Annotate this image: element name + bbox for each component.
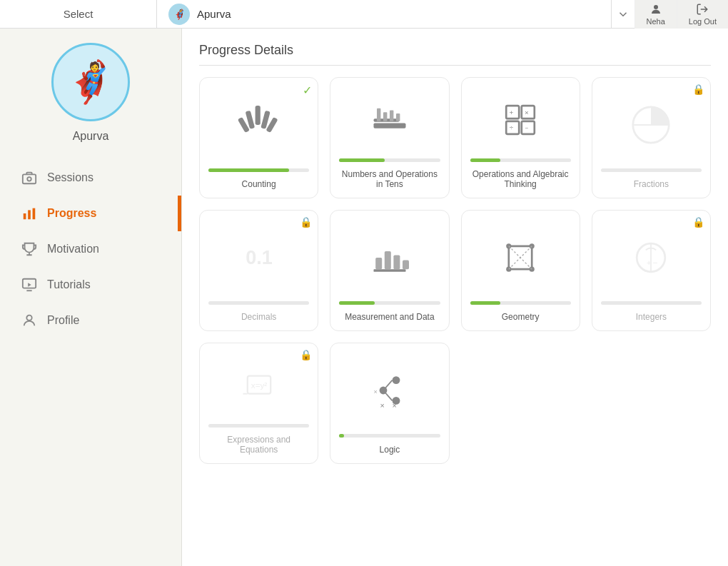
geometry-progress-bar [470, 301, 571, 305]
select-tab[interactable]: Select [0, 0, 157, 28]
avatar: 🦸 [51, 43, 130, 121]
card-measurement-data[interactable]: Measurement and Data [330, 210, 449, 331]
play-icon [21, 277, 37, 293]
user-icon [649, 3, 662, 16]
svg-text:×: × [380, 401, 384, 410]
svg-point-50 [392, 376, 400, 384]
svg-rect-34 [393, 255, 400, 269]
svg-rect-14 [373, 123, 405, 128]
sidebar-item-label-sessions: Sessions [47, 171, 93, 184]
svg-text:×: × [373, 388, 377, 395]
svg-line-53 [383, 380, 393, 390]
svg-text:+: + [647, 257, 652, 266]
integers-progress-bar [601, 301, 702, 305]
svg-rect-3 [24, 213, 26, 219]
svg-text:−: − [525, 125, 529, 131]
logout-button[interactable]: Log Out [677, 0, 728, 29]
counting-progress-fill [208, 168, 289, 172]
svg-rect-9 [255, 106, 260, 125]
topbar-dropdown[interactable] [611, 0, 635, 28]
numbers-ops-tens-progress-fill [339, 158, 385, 162]
decimals-icon: 0.1 [233, 232, 285, 283]
decimals-label: Decimals [241, 312, 276, 322]
logic-icon-area: × × × [339, 352, 440, 428]
topbar-username: Apurva [197, 8, 231, 20]
fractions-label: Fractions [634, 179, 669, 189]
camera-icon [21, 170, 37, 186]
svg-rect-18 [390, 110, 393, 121]
svg-text:+: + [510, 108, 514, 116]
measurement-data-icon-area [339, 219, 440, 295]
svg-rect-5 [33, 208, 36, 220]
svg-text:×: × [392, 401, 396, 410]
card-expressions-equations[interactable]: 🔒 x=y² Expressions and Equations [199, 343, 318, 464]
topbar: Select 🦸 Apurva Neha Log Out [0, 0, 728, 29]
numbers-ops-tens-icon [364, 94, 415, 146]
svg-rect-16 [377, 108, 380, 121]
expressions-equations-icon-area: x=y² [208, 352, 309, 418]
sidebar-item-label-motivation: Motivation [47, 243, 99, 256]
svg-point-0 [654, 5, 658, 9]
avatar-image: 🦸 [66, 62, 116, 102]
lock-icon-decimals: 🔒 [300, 216, 312, 228]
sidebar-nav: Sessions Progress Motivation Tutorials P… [0, 160, 181, 338]
sidebar-item-tutorials[interactable]: Tutorials [0, 267, 181, 303]
expressions-equations-icon: x=y² [233, 360, 285, 411]
svg-rect-4 [28, 210, 31, 219]
card-geometry[interactable]: Geometry [461, 210, 580, 331]
card-ops-algebraic[interactable]: + × ÷ − Operations and Algebraic Thinkin… [461, 77, 580, 198]
geometry-icon-area [470, 219, 571, 295]
svg-point-2 [27, 177, 31, 181]
main-layout: 🦸 Apurva Sessions Progress Motivation Tu… [0, 29, 728, 566]
logout-label: Log Out [689, 17, 717, 26]
fractions-icon [625, 99, 677, 151]
svg-rect-19 [396, 113, 400, 121]
counting-label: Counting [242, 179, 276, 189]
svg-rect-33 [385, 251, 391, 269]
logic-icon: × × × [364, 365, 415, 416]
counting-icon-area [208, 86, 309, 163]
select-label: Select [64, 8, 93, 20]
svg-text:−: − [653, 257, 658, 266]
lock-icon-fractions: 🔒 [692, 84, 704, 95]
lock-icon-integers: 🔒 [692, 216, 704, 228]
svg-rect-32 [375, 258, 382, 269]
sidebar-item-progress[interactable]: Progress [0, 196, 181, 231]
expressions-equations-label: Expressions and Equations [208, 435, 309, 455]
measurement-data-icon [364, 232, 415, 283]
fractions-progress-bar [601, 168, 702, 172]
geometry-icon [495, 232, 546, 283]
card-counting[interactable]: ✓ Counting [199, 77, 318, 198]
check-icon: ✓ [303, 84, 312, 97]
svg-text:×: × [525, 108, 529, 116]
decimals-progress-bar [208, 301, 309, 305]
neha-button[interactable]: Neha [635, 0, 677, 29]
logic-label: Logic [380, 445, 400, 455]
card-integers[interactable]: 🔒 + − Integers [592, 210, 711, 331]
bar-chart-icon [21, 206, 37, 221]
topbar-user-area: 🦸 Apurva [157, 0, 611, 28]
card-decimals[interactable]: 🔒 0.1 Decimals [199, 210, 318, 331]
ops-algebraic-progress-fill [470, 158, 500, 162]
integers-icon-area: + − [601, 219, 702, 295]
logout-icon [696, 3, 709, 16]
card-numbers-ops-tens[interactable]: Numbers and Operations in Tens [330, 77, 449, 198]
sidebar-item-motivation[interactable]: Motivation [0, 231, 181, 267]
measurement-data-label: Measurement and Data [345, 312, 434, 322]
sidebar-item-label-profile: Profile [47, 314, 79, 327]
measurement-data-progress-bar [339, 301, 440, 305]
topbar-avatar: 🦸 [168, 4, 190, 25]
integers-icon: + − [625, 232, 677, 283]
ops-algebraic-label: Operations and Algebraic Thinking [470, 169, 571, 189]
svg-point-8 [26, 315, 31, 320]
card-fractions[interactable]: 🔒 Fractions [592, 77, 711, 198]
sidebar-item-sessions[interactable]: Sessions [0, 160, 181, 196]
trophy-icon [21, 241, 37, 257]
content-area: Progress Details ✓ [182, 29, 728, 566]
lock-icon-expressions: 🔒 [300, 349, 312, 360]
sidebar-item-profile[interactable]: Profile [0, 303, 181, 338]
sidebar-username: Apurva [73, 130, 109, 143]
numbers-ops-tens-label: Numbers and Operations in Tens [339, 169, 440, 189]
numbers-ops-tens-icon-area [339, 86, 440, 153]
card-logic[interactable]: × × × Logic [330, 343, 449, 464]
